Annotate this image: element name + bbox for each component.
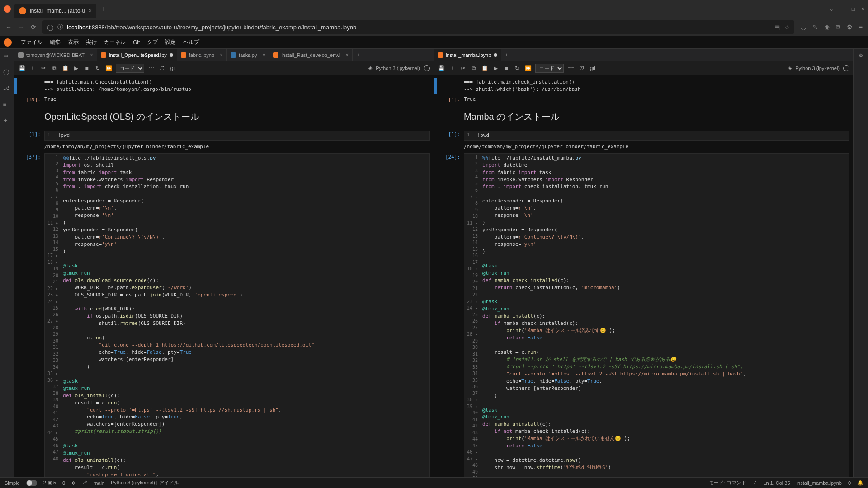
status-position[interactable]: Ln 1, Col 35: [763, 480, 790, 486]
status-ext[interactable]: 0: [62, 480, 65, 486]
menu-tabs[interactable]: タブ: [147, 38, 158, 46]
tab-install-ols[interactable]: install_OpenLiteSpeed.ipy: [97, 49, 177, 61]
filebrowser-icon[interactable]: ▭: [3, 52, 11, 61]
left-notebook[interactable]: === fabfile.main.CheckInstallation() -->…: [14, 75, 434, 477]
status-kernel[interactable]: Python 3 (ipykernel) | アイドル: [111, 479, 179, 486]
notebook-icon: [181, 52, 186, 58]
status-git-icon[interactable]: ⎇: [81, 480, 87, 486]
markdown-heading[interactable]: Mamba のインストール: [464, 106, 849, 128]
code-pwd[interactable]: !pwd: [472, 131, 849, 140]
bell-icon[interactable]: 🔔: [857, 480, 863, 486]
kernel-status-icon: [424, 65, 430, 71]
restart-run-icon[interactable]: ⏩: [105, 65, 112, 71]
add-tab-button[interactable]: +: [353, 52, 363, 58]
copy-icon[interactable]: ⧉: [51, 65, 58, 71]
close-icon[interactable]: ×: [262, 52, 265, 58]
menu-settings[interactable]: 設定: [165, 38, 176, 46]
status-trusted-icon[interactable]: ✓: [753, 480, 757, 486]
run-icon[interactable]: ▶: [72, 65, 80, 71]
menu-help[interactable]: ヘルプ: [183, 38, 199, 46]
tab-fabric[interactable]: fabric.ipynb×: [177, 49, 227, 61]
close-icon[interactable]: ×: [345, 52, 349, 58]
kernel-switch-icon[interactable]: ◈: [788, 65, 792, 71]
paste-icon[interactable]: 📋: [481, 65, 488, 71]
right-notebook[interactable]: === fabfile.main.check_installation() --…: [434, 75, 853, 477]
gutter: 1 2 3 4 5 6 7 ▸ 8 9 10 11 ▸ 12 13 14 15 …: [464, 154, 481, 477]
cut-icon[interactable]: ✂: [459, 65, 467, 71]
menu-git[interactable]: Git: [133, 39, 140, 46]
status-notifications[interactable]: 0: [848, 480, 851, 486]
save-icon[interactable]: 💾: [438, 65, 445, 71]
close-icon[interactable]: ×: [90, 52, 93, 58]
extensions-icon[interactable]: ⧉: [836, 23, 840, 31]
add-cell-icon[interactable]: ＋: [448, 64, 456, 72]
close-icon[interactable]: ×: [220, 52, 223, 58]
menu-edit[interactable]: 編集: [50, 38, 61, 46]
restart-icon[interactable]: ↻: [94, 65, 101, 71]
variable-icon[interactable]: 〰: [567, 65, 575, 71]
paste-icon[interactable]: 📋: [61, 65, 69, 71]
kernel-name[interactable]: Python 3 (ipykernel): [795, 66, 840, 71]
status-lsp-icon[interactable]: ⬖: [71, 480, 75, 486]
cell-type-select[interactable]: コード: [535, 64, 564, 73]
git-icon[interactable]: ⎇: [3, 85, 11, 93]
add-cell-icon[interactable]: ＋: [29, 64, 36, 72]
code-cell-24[interactable]: %%file ./fabfile/install_mamba.py import…: [481, 154, 849, 477]
markdown-heading[interactable]: OpenLiteSpeed (OLS) のインストール: [44, 106, 430, 128]
git-text[interactable]: git: [589, 65, 596, 71]
settings-icon[interactable]: ✎: [812, 23, 818, 31]
add-tab-button[interactable]: +: [501, 52, 512, 58]
property-inspector-icon[interactable]: ⚙: [859, 52, 863, 59]
menu-icon[interactable]: ≡: [859, 23, 863, 31]
code-cell-37[interactable]: %%file ./fabfile/install_ols.py import o…: [61, 154, 429, 477]
in-prompt-24: [24]:: [437, 152, 464, 477]
reader-icon[interactable]: ▤: [774, 24, 780, 31]
account-icon[interactable]: ◉: [824, 23, 830, 31]
cut-icon[interactable]: ✂: [40, 65, 47, 71]
reload-icon[interactable]: ⟳: [31, 23, 36, 31]
tab-console[interactable]: tomoyan@WICKED-BEAT×: [14, 49, 97, 61]
status-terminals[interactable]: 2 ▣ 5: [43, 480, 56, 486]
kernel-name[interactable]: Python 3 (ipykernel): [376, 66, 420, 71]
tab-rust[interactable]: install_Rust_develop_env.i×: [269, 49, 353, 61]
url-bar[interactable]: ◯ ⓘ localhost:8888/lab/tree/workspaces/a…: [42, 20, 794, 34]
window-maximize-icon[interactable]: □: [852, 6, 855, 12]
toc-icon[interactable]: ≡: [3, 101, 11, 109]
cell-type-select[interactable]: コード: [116, 64, 144, 73]
extensions-palette-icon[interactable]: ✦: [3, 117, 11, 126]
code-pwd[interactable]: !pwd: [53, 131, 429, 140]
pocket-icon[interactable]: ◡: [801, 23, 806, 31]
timing-icon[interactable]: ⏱: [159, 65, 166, 71]
variable-icon[interactable]: 〰: [148, 65, 155, 71]
menu-kernel[interactable]: カーネル: [104, 38, 126, 46]
browser-tab[interactable]: install_mamb... (auto-u ×: [14, 4, 96, 18]
menu-file[interactable]: ファイル: [21, 38, 42, 46]
menu-run[interactable]: 実行: [86, 38, 97, 46]
jupyter-logo-icon: [4, 38, 12, 47]
stop-icon[interactable]: ■: [83, 65, 90, 71]
run-icon[interactable]: ▶: [492, 65, 499, 71]
bookmark-icon[interactable]: ☆: [784, 24, 790, 31]
status-branch[interactable]: main: [94, 480, 104, 486]
new-tab-button[interactable]: +: [101, 5, 105, 13]
running-icon[interactable]: ◯: [3, 69, 11, 77]
copy-icon[interactable]: ⧉: [470, 65, 477, 71]
menu-view[interactable]: 表示: [68, 38, 79, 46]
kernel-switch-icon[interactable]: ◈: [368, 65, 372, 71]
tab-tasks[interactable]: tasks.py×: [227, 49, 269, 61]
save-icon[interactable]: 💾: [18, 65, 25, 71]
timing-icon[interactable]: ⏱: [578, 65, 585, 71]
status-filename[interactable]: install_mamba.ipynb: [797, 480, 842, 486]
back-icon[interactable]: ←: [5, 23, 12, 31]
addon-icon[interactable]: ⚙: [847, 23, 853, 31]
restart-icon[interactable]: ↻: [514, 65, 521, 71]
git-text[interactable]: git: [170, 65, 177, 71]
tab-install-mamba[interactable]: install_mamba.ipynb: [434, 49, 501, 61]
close-icon[interactable]: ×: [89, 8, 92, 14]
window-minimize-icon[interactable]: —: [840, 6, 845, 12]
stop-icon[interactable]: ■: [503, 65, 510, 71]
simple-mode-toggle[interactable]: [26, 480, 37, 486]
restart-run-icon[interactable]: ⏩: [524, 65, 532, 71]
terminal-icon: [18, 52, 24, 58]
window-close-icon[interactable]: ×: [861, 6, 864, 12]
